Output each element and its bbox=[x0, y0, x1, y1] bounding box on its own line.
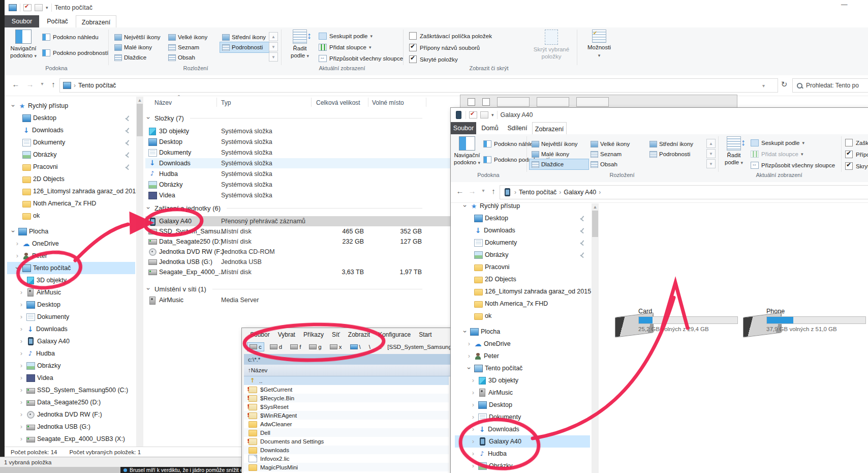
sidebar-item-obr-zky[interactable]: Obrázky bbox=[455, 249, 590, 261]
chevron-collapsed-icon[interactable]: › bbox=[18, 387, 24, 393]
view-option-velk-ikony[interactable]: Velké ikony bbox=[166, 32, 220, 42]
tab-view[interactable]: Zobrazení bbox=[532, 122, 567, 135]
view-option-seznam[interactable]: Seznam bbox=[588, 149, 647, 159]
sidebar-item-2d-objects[interactable]: 2D Objects bbox=[455, 273, 590, 285]
chevron-collapsed-icon[interactable]: › bbox=[18, 350, 24, 357]
size-columns-button[interactable]: Přizpůsobit všechny sloupce bbox=[319, 55, 403, 62]
table-row-seagate-exp-4000[interactable]: Seagate_Exp_4000_...Místní disk3,63 TB1,… bbox=[145, 267, 455, 277]
chevron-expanded-icon[interactable]: › bbox=[10, 103, 16, 109]
tab-file[interactable]: Soubor bbox=[451, 122, 476, 134]
chevron-expanded-icon[interactable]: › bbox=[14, 265, 20, 271]
tc-row-infovox2-lic[interactable]: Infovox2.lic bbox=[244, 454, 449, 463]
chevron-collapsed-icon[interactable]: › bbox=[18, 277, 24, 283]
tab-view[interactable]: Zobrazení bbox=[76, 15, 116, 28]
view-option-dla-dice[interactable]: Dlaždice bbox=[530, 159, 588, 169]
unchecked-checkbox-icon[interactable] bbox=[845, 139, 853, 146]
table-row-airmusic[interactable]: AirMusicMedia Server bbox=[145, 295, 455, 305]
refresh-button[interactable]: ↻ bbox=[779, 80, 789, 89]
view-option-st-edn-ikony[interactable]: Střední ikony bbox=[647, 139, 701, 149]
sidebar-item-dokumenty[interactable]: ›Dokumenty bbox=[455, 411, 590, 423]
forward-button[interactable]: → bbox=[467, 187, 477, 195]
menu-item-vybrat[interactable]: Vybrat bbox=[278, 331, 295, 338]
drive-button-g[interactable]: g bbox=[306, 342, 324, 351]
sidebar-item-desktop[interactable]: ›Desktop bbox=[7, 299, 135, 311]
sidebar-item-dokumenty[interactable]: Dokumenty bbox=[7, 136, 135, 149]
size-columns-button[interactable]: Přizpůsobit všechny sloupce bbox=[751, 162, 835, 169]
tab-computer[interactable]: Počítač bbox=[40, 15, 75, 27]
nav-pane-button[interactable]: Navigační podokno ▾ bbox=[8, 29, 39, 60]
sidebar-item-galaxy-a40[interactable]: ›Galaxy A40 bbox=[455, 435, 590, 448]
tc-row-recycle-bin[interactable]: $Recycle.Bin bbox=[244, 394, 449, 402]
hide-selected-button[interactable]: Skrýt vybrané položky bbox=[531, 29, 572, 61]
table-row-obr-zky[interactable]: ObrázkySystémová složka bbox=[145, 180, 455, 190]
scrollbar-thumb[interactable] bbox=[137, 104, 143, 136]
view-option-dla-dice[interactable]: Dlaždice bbox=[112, 52, 166, 63]
checkbox-p-pony-n-zv-soubor[interactable]: Přípony názvů souborů bbox=[845, 151, 868, 158]
chevron-collapsed-icon[interactable]: › bbox=[18, 338, 24, 344]
sidebar-item-tento-po-ta[interactable]: ›Tento počítač bbox=[7, 262, 135, 274]
menu-item-zobrazit[interactable]: Zobrazit bbox=[348, 331, 370, 338]
quick-access-check-icon[interactable] bbox=[469, 111, 477, 119]
sidebar-item-hudba[interactable]: ›♪Hudba bbox=[455, 448, 590, 460]
checked-checkbox-icon[interactable] bbox=[845, 151, 853, 158]
drive-button-d[interactable]: d bbox=[267, 342, 285, 351]
back-button[interactable]: ← bbox=[11, 80, 21, 88]
view-option-velk-ikony[interactable]: Velké ikony bbox=[588, 139, 647, 149]
chevron-collapsed-icon[interactable]: › bbox=[18, 363, 24, 369]
chevron-expanded-icon[interactable]: › bbox=[462, 329, 468, 335]
quick-access-customize-icon[interactable]: ▾ bbox=[491, 112, 494, 117]
chevron-collapsed-icon[interactable]: › bbox=[470, 463, 476, 469]
checkbox-skryt-polo-ky[interactable]: Skryté položky bbox=[845, 162, 868, 170]
sidebar-item-peter[interactable]: ›Peter bbox=[455, 350, 590, 362]
details-pane-button[interactable]: Podokno podrobností bbox=[42, 49, 108, 56]
group-header-slo-ky-7[interactable]: ›Složky (7) bbox=[145, 112, 422, 124]
sidebar-item-ok[interactable]: ok bbox=[7, 210, 135, 222]
preview-pane-button[interactable]: Podokno náhledu bbox=[42, 34, 99, 41]
recent-locations-icon[interactable]: ▾ bbox=[478, 188, 488, 193]
view-option-st-edn-ikony[interactable]: Střední ikony bbox=[220, 32, 269, 42]
chevron-collapsed-icon[interactable]: › bbox=[18, 424, 24, 430]
sidebar-item-seagate-exp-4000-usb3-x[interactable]: ›Seagate_Exp_4000_USB3 (X:) bbox=[7, 433, 135, 445]
tab-share[interactable]: Sdílení bbox=[504, 122, 531, 134]
tc-row-downloads[interactable]: Downloads bbox=[244, 446, 449, 454]
sidebar-item-rychl-p-stup[interactable]: ›★Rychlý přístup bbox=[455, 200, 590, 212]
sort-by-button[interactable]: Řadit podle ▾ bbox=[721, 136, 747, 166]
sidebar-item-126-litomysl-zahrada-garaz-od-2015[interactable]: 126_Litomysl zahrada garaz_od 2015 bbox=[455, 285, 590, 298]
sidebar-item-airmusic[interactable]: ›AirMusic bbox=[7, 286, 135, 299]
chevron-expanded-icon[interactable]: › bbox=[462, 203, 468, 209]
quick-access-check-icon[interactable] bbox=[23, 4, 32, 11]
sidebar-item-videa[interactable]: ›Videa bbox=[7, 372, 135, 384]
breadcrumb-segment[interactable]: Tento počítač bbox=[78, 82, 116, 89]
sidebar-item-ok[interactable]: ok bbox=[455, 310, 590, 322]
drive-tile-card[interactable]: Card25,2 GB volných z 29,4 GB bbox=[615, 308, 740, 341]
tab-file[interactable]: Soubor bbox=[5, 15, 39, 27]
tab-home[interactable]: Domů bbox=[477, 122, 503, 134]
table-row-jednotka-dvd-rw-f[interactable]: Jednotka DVD RW (F:)Jednotka CD-ROM bbox=[145, 247, 455, 257]
chevron-collapsed-icon[interactable]: › bbox=[470, 414, 476, 420]
sidebar-item-onedrive[interactable]: ›☁OneDrive bbox=[455, 338, 590, 350]
table-row-ssd-system-samsu[interactable]: SSD_System_Samsu...Místní disk465 GB352 … bbox=[145, 226, 455, 236]
table-row-desktop[interactable]: DesktopSystémová složka bbox=[145, 137, 455, 147]
chevron-collapsed-icon[interactable]: › bbox=[470, 402, 476, 408]
chevron-collapsed-icon[interactable]: › bbox=[470, 438, 476, 445]
tc-row-dell[interactable]: Dell bbox=[244, 428, 449, 437]
table-row-galaxy-a40[interactable]: Galaxy A40Přenosný přehrávač záznamů bbox=[145, 216, 455, 226]
drive-tile-phone[interactable]: Phone37,9 GB volných z 51,0 GB bbox=[743, 308, 868, 341]
breadcrumb[interactable]: › Tento počítač ▾ bbox=[59, 78, 778, 93]
news-ticker[interactable]: Brusel míří k verdiktu, že i jádro pomůž… bbox=[120, 467, 245, 473]
chevron-expanded-icon[interactable]: › bbox=[145, 286, 151, 292]
sidebar-item-noth-america-7x-fhd[interactable]: Noth America_7x FHD bbox=[455, 298, 590, 310]
sidebar-item-pracovni[interactable]: Pracovni bbox=[455, 261, 590, 273]
tc-row-[interactable]: ↑.. bbox=[244, 376, 449, 385]
tc-row-sysreset[interactable]: $SysReset bbox=[244, 402, 449, 411]
sidebar-item-dokumenty[interactable]: ›Dokumenty bbox=[7, 311, 135, 323]
chevron-collapsed-icon[interactable]: › bbox=[18, 436, 24, 442]
menu-item-start[interactable]: Start bbox=[419, 331, 431, 338]
view-option-mal-ikony[interactable]: Malé ikony bbox=[530, 149, 588, 159]
chevron-expanded-icon[interactable]: › bbox=[10, 228, 16, 234]
options-button[interactable]: Možnosti ▾ bbox=[583, 29, 615, 58]
drive-button-extra[interactable]: \ bbox=[366, 342, 373, 351]
group-by-button[interactable]: Seskupit podle ▾ bbox=[751, 139, 804, 146]
chevron-collapsed-icon[interactable]: › bbox=[18, 289, 24, 295]
back-button[interactable]: ← bbox=[455, 187, 465, 195]
